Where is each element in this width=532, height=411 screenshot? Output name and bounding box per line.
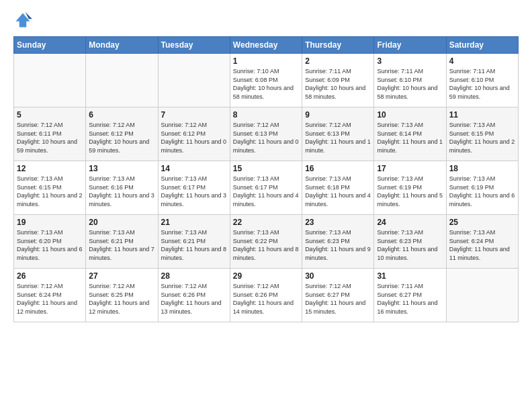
day-number: 3	[377, 56, 443, 66]
day-info: Sunrise: 7:13 AMSunset: 6:17 PMDaylight:…	[233, 175, 299, 208]
calendar-cell: 24Sunrise: 7:13 AMSunset: 6:23 PMDayligh…	[374, 215, 446, 269]
sunrise-text: Sunrise: 7:13 AM	[305, 175, 351, 182]
sunrise-text: Sunrise: 7:12 AM	[161, 122, 208, 128]
calendar-cell: 11Sunrise: 7:13 AMSunset: 6:15 PMDayligh…	[446, 107, 518, 161]
day-number: 12	[17, 164, 83, 173]
daylight-text: Daylight: 11 hours and 9 minutes.	[305, 246, 371, 261]
daylight-text: Daylight: 11 hours and 8 minutes.	[161, 246, 227, 261]
sunrise-text: Sunrise: 7:12 AM	[161, 283, 208, 289]
sunset-text: Sunset: 6:17 PM	[161, 184, 206, 191]
sunset-text: Sunset: 6:10 PM	[449, 77, 494, 83]
sunset-text: Sunset: 6:25 PM	[89, 291, 134, 298]
day-number: 31	[377, 271, 443, 281]
daylight-text: Daylight: 11 hours and 3 minutes.	[161, 192, 227, 208]
day-info: Sunrise: 7:13 AMSunset: 6:24 PMDaylight:…	[449, 228, 515, 262]
day-info: Sunrise: 7:11 AMSunset: 6:10 PMDaylight:…	[449, 67, 515, 101]
sunrise-text: Sunrise: 7:13 AM	[377, 229, 423, 236]
weekday-header-tuesday: Tuesday	[158, 37, 230, 54]
weekday-header-wednesday: Wednesday	[230, 37, 302, 54]
sunset-text: Sunset: 6:15 PM	[449, 130, 494, 137]
day-number: 19	[17, 218, 83, 227]
day-info: Sunrise: 7:11 AMSunset: 6:27 PMDaylight:…	[377, 282, 443, 316]
sunset-text: Sunset: 6:12 PM	[89, 130, 134, 137]
sunset-text: Sunset: 6:12 PM	[161, 130, 206, 137]
day-info: Sunrise: 7:12 AMSunset: 6:12 PMDaylight:…	[89, 121, 154, 154]
sunset-text: Sunset: 6:10 PM	[377, 77, 422, 83]
daylight-text: Daylight: 11 hours and 13 minutes.	[161, 300, 222, 315]
day-number: 22	[233, 218, 299, 227]
day-number: 28	[161, 271, 227, 281]
sunset-text: Sunset: 6:24 PM	[17, 291, 62, 298]
daylight-text: Daylight: 10 hours and 58 minutes.	[305, 85, 365, 100]
sunrise-text: Sunrise: 7:12 AM	[17, 283, 63, 289]
daylight-text: Daylight: 11 hours and 7 minutes.	[89, 246, 154, 261]
sunset-text: Sunset: 6:11 PM	[17, 130, 62, 137]
day-info: Sunrise: 7:12 AMSunset: 6:25 PMDaylight:…	[89, 282, 154, 316]
calendar-cell: 30Sunrise: 7:12 AMSunset: 6:27 PMDayligh…	[302, 269, 374, 322]
calendar-week-row: 1Sunrise: 7:10 AMSunset: 6:08 PMDaylight…	[14, 54, 519, 107]
day-info: Sunrise: 7:11 AMSunset: 6:09 PMDaylight:…	[305, 67, 371, 101]
day-info: Sunrise: 7:13 AMSunset: 6:19 PMDaylight:…	[449, 175, 515, 208]
calendar-cell: 19Sunrise: 7:13 AMSunset: 6:20 PMDayligh…	[14, 215, 86, 269]
weekday-header-monday: Monday	[86, 37, 158, 54]
day-number: 25	[449, 218, 515, 227]
logo	[13, 11, 34, 30]
sunset-text: Sunset: 6:16 PM	[89, 184, 134, 191]
calendar-cell	[446, 269, 518, 322]
daylight-text: Daylight: 11 hours and 5 minutes.	[377, 192, 443, 208]
sunset-text: Sunset: 6:14 PM	[377, 130, 422, 137]
day-info: Sunrise: 7:13 AMSunset: 6:23 PMDaylight:…	[377, 228, 443, 262]
day-info: Sunrise: 7:13 AMSunset: 6:18 PMDaylight:…	[305, 175, 371, 208]
sunset-text: Sunset: 6:15 PM	[17, 184, 62, 191]
day-info: Sunrise: 7:11 AMSunset: 6:10 PMDaylight:…	[377, 67, 443, 101]
weekday-header-friday: Friday	[374, 37, 446, 54]
day-info: Sunrise: 7:13 AMSunset: 6:16 PMDaylight:…	[89, 175, 154, 208]
sunset-text: Sunset: 6:27 PM	[377, 291, 422, 298]
day-info: Sunrise: 7:12 AMSunset: 6:24 PMDaylight:…	[17, 282, 83, 316]
calendar-cell: 31Sunrise: 7:11 AMSunset: 6:27 PMDayligh…	[374, 269, 446, 322]
sunrise-text: Sunrise: 7:11 AM	[377, 283, 423, 289]
sunrise-text: Sunrise: 7:12 AM	[233, 283, 279, 289]
day-number: 26	[17, 271, 83, 281]
sunset-text: Sunset: 6:23 PM	[305, 238, 350, 244]
day-info: Sunrise: 7:13 AMSunset: 6:21 PMDaylight:…	[89, 228, 154, 262]
sunset-text: Sunset: 6:21 PM	[161, 238, 206, 244]
day-number: 17	[377, 164, 443, 173]
sunrise-text: Sunrise: 7:13 AM	[233, 175, 279, 182]
calendar-cell: 6Sunrise: 7:12 AMSunset: 6:12 PMDaylight…	[86, 107, 158, 161]
calendar-cell: 18Sunrise: 7:13 AMSunset: 6:19 PMDayligh…	[446, 161, 518, 215]
calendar-cell: 7Sunrise: 7:12 AMSunset: 6:12 PMDaylight…	[158, 107, 230, 161]
daylight-text: Daylight: 11 hours and 16 minutes.	[377, 300, 437, 315]
day-number: 6	[89, 110, 154, 120]
day-number: 4	[449, 56, 515, 66]
sunrise-text: Sunrise: 7:13 AM	[449, 229, 496, 236]
calendar-week-row: 5Sunrise: 7:12 AMSunset: 6:11 PMDaylight…	[14, 107, 519, 161]
day-number: 15	[233, 164, 299, 173]
daylight-text: Daylight: 10 hours and 58 minutes.	[377, 85, 437, 100]
day-info: Sunrise: 7:13 AMSunset: 6:15 PMDaylight:…	[449, 121, 515, 154]
sunrise-text: Sunrise: 7:12 AM	[305, 283, 351, 289]
daylight-text: Daylight: 10 hours and 59 minutes.	[449, 85, 510, 100]
daylight-text: Daylight: 10 hours and 59 minutes.	[17, 138, 77, 154]
daylight-text: Daylight: 11 hours and 10 minutes.	[377, 246, 437, 261]
daylight-text: Daylight: 11 hours and 14 minutes.	[233, 300, 294, 315]
sunrise-text: Sunrise: 7:11 AM	[449, 68, 496, 75]
calendar-week-row: 26Sunrise: 7:12 AMSunset: 6:24 PMDayligh…	[14, 269, 519, 322]
sunset-text: Sunset: 6:20 PM	[17, 238, 62, 244]
daylight-text: Daylight: 11 hours and 11 minutes.	[449, 246, 510, 261]
day-number: 7	[161, 110, 227, 120]
calendar-cell: 17Sunrise: 7:13 AMSunset: 6:19 PMDayligh…	[374, 161, 446, 215]
sunset-text: Sunset: 6:21 PM	[89, 238, 134, 244]
day-info: Sunrise: 7:12 AMSunset: 6:13 PMDaylight:…	[305, 121, 371, 154]
weekday-header-sunday: Sunday	[14, 37, 86, 54]
sunset-text: Sunset: 6:13 PM	[305, 130, 350, 137]
weekday-header-row: SundayMondayTuesdayWednesdayThursdayFrid…	[14, 37, 519, 54]
calendar-cell: 8Sunrise: 7:12 AMSunset: 6:13 PMDaylight…	[230, 107, 302, 161]
sunset-text: Sunset: 6:24 PM	[449, 238, 494, 244]
day-info: Sunrise: 7:13 AMSunset: 6:23 PMDaylight:…	[305, 228, 371, 262]
day-number: 5	[17, 110, 83, 120]
sunset-text: Sunset: 6:23 PM	[377, 238, 422, 244]
calendar-week-row: 19Sunrise: 7:13 AMSunset: 6:20 PMDayligh…	[14, 215, 519, 269]
sunrise-text: Sunrise: 7:11 AM	[305, 68, 351, 75]
sunrise-text: Sunrise: 7:13 AM	[449, 175, 496, 182]
